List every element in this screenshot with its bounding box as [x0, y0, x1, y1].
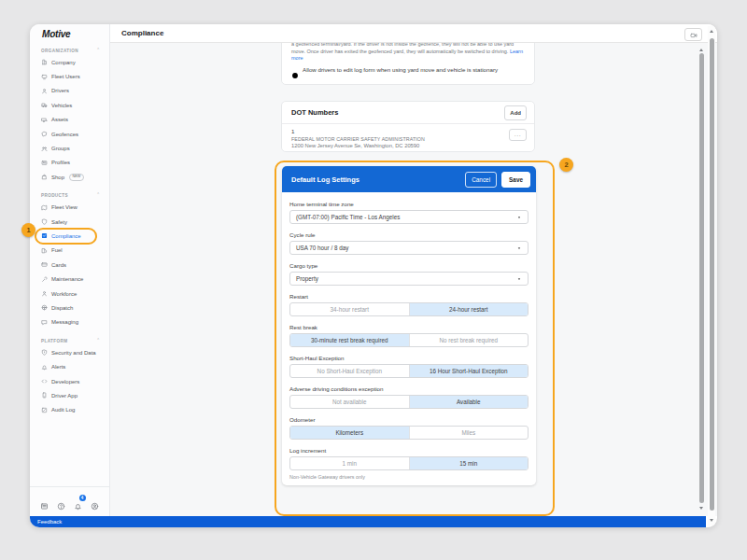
chevron-down-icon [516, 276, 522, 282]
field-label: Rest break [289, 324, 529, 330]
sidebar-item-alerts[interactable]: Alerts [30, 359, 109, 373]
cycle-rule-select[interactable]: USA 70 hour / 8 day [289, 241, 529, 255]
phone-icon [41, 392, 48, 399]
id-card-icon [41, 160, 48, 166]
step-1-badge: 1 [21, 223, 35, 237]
window-scrollbar[interactable] [708, 26, 715, 525]
rest-break-option-none[interactable]: No rest break required [409, 334, 529, 346]
scroll-up-arrow[interactable] [699, 49, 703, 51]
code-icon [41, 378, 48, 385]
cargo-type-select[interactable]: Property [289, 272, 529, 286]
page-title: Compliance [121, 29, 163, 37]
shopping-bag-icon [41, 174, 48, 180]
sidebar-item-messaging[interactable]: Messaging [30, 315, 109, 329]
field-label: Adverse driving conditions exception [289, 385, 529, 392]
sidebar-item-vehicles[interactable]: Vehicles [30, 98, 109, 112]
sidebar-item-geofences[interactable]: Geofences [30, 127, 109, 141]
restart-toggle: 34-hour restart 24-hour restart [289, 302, 529, 316]
sidebar-item-fleet-users[interactable]: Fleet Users [30, 69, 109, 83]
scrollbar-thumb[interactable] [699, 53, 704, 503]
save-button[interactable]: Save [501, 172, 530, 188]
sidebar-item-profiles[interactable]: Profiles [30, 156, 109, 170]
field-label: Log increment [289, 447, 529, 454]
sidebar-item-groups[interactable]: Groups [30, 141, 109, 155]
odometer-option-kilometers[interactable]: Kilometers [290, 427, 409, 439]
sidebar-item-dispatch[interactable]: Dispatch [30, 301, 109, 315]
credit-card-icon [41, 261, 48, 268]
compliance-icon [41, 232, 48, 239]
account-icon[interactable] [91, 497, 99, 506]
chevron-up-icon: ⌃ [96, 339, 100, 343]
short-haul-option-none[interactable]: No Short-Haul Exception [290, 365, 409, 377]
sidebar-item-drivers[interactable]: Drivers [30, 84, 109, 98]
chevron-up-icon: ⌃ [96, 193, 100, 198]
feedback-label: Feedback [37, 519, 62, 525]
sidebar-item-compliance[interactable]: Compliance [30, 229, 109, 243]
geofence-icon [41, 131, 48, 137]
chevron-down-icon [516, 215, 522, 220]
whats-new-icon[interactable] [40, 497, 49, 506]
fuel-pump-icon [41, 247, 48, 254]
truck-icon [41, 102, 48, 108]
odometer-toggle: Kilometers Miles [289, 426, 529, 440]
short-haul-toggle: No Short-Haul Exception 16 Hour Short-Ha… [289, 364, 529, 378]
odometer-option-miles[interactable]: Miles [409, 427, 529, 439]
adverse-option-not-available[interactable]: Not available [290, 396, 409, 408]
sidebar-item-audit-log[interactable]: Audit Log [30, 403, 109, 417]
sidebar-item-fuel[interactable]: Fuel [30, 244, 109, 258]
sidebar-item-driver-app[interactable]: Driver App [30, 388, 109, 402]
restart-option-24-hour[interactable]: 24-hour restart [409, 303, 529, 315]
feedback-bar[interactable]: Feedback [30, 516, 706, 527]
sidebar-item-developers[interactable]: Developers [30, 374, 109, 388]
sidebar-item-assets[interactable]: Assets [30, 113, 109, 127]
scroll-up-arrow[interactable] [710, 30, 713, 33]
scroll-down-arrow[interactable] [710, 519, 713, 522]
dot-number-value: 1 [291, 128, 527, 134]
default-log-settings-panel: Default Log Settings Cancel Save Home te… [282, 166, 536, 485]
log-increment-option-15-min[interactable]: 15 min [409, 457, 529, 469]
dot-number-name: FEDERAL MOTOR CARRIER SAFETY ADMINISTRAT… [291, 136, 527, 142]
notifications-icon[interactable]: 4 [74, 497, 82, 506]
short-haul-option-16-hour[interactable]: 16 Hour Short-Haul Exception [409, 365, 529, 377]
log-increment-toggle: 1 min 15 min [289, 456, 529, 470]
chevron-up-icon: ⌃ [96, 49, 100, 53]
dot-number-menu-button[interactable]: ··· [509, 129, 527, 141]
sidebar-item-workforce[interactable]: Workforce [30, 287, 109, 301]
sidebar-item-security-and-data[interactable]: Security and Data [30, 345, 109, 359]
sidebar-item-company[interactable]: Company [30, 55, 109, 69]
content-scrollbar[interactable] [698, 45, 704, 513]
yard-move-card: a geofenced terminal/yard. If the driver… [281, 43, 535, 85]
sidebar-item-fleet-view[interactable]: Fleet View [30, 201, 109, 215]
dot-number-entry: 1 FEDERAL MOTOR CARRIER SAFETY ADMINISTR… [282, 124, 534, 148]
clipboard-edit-icon [41, 407, 48, 413]
screen-capture-button[interactable] [684, 28, 702, 41]
section-organization[interactable]: ORGANIZATION ⌃ [30, 46, 109, 55]
scroll-down-arrow[interactable] [699, 507, 703, 510]
section-platform[interactable]: PLATFORM ⌃ [30, 336, 109, 345]
log-increment-option-1-min[interactable]: 1 min [290, 457, 409, 469]
notification-count-badge: 4 [79, 495, 86, 501]
rest-break-toggle: 30-minute rest break required No rest br… [289, 333, 529, 347]
content-scroll-area: a geofenced terminal/yard. If the driver… [110, 43, 717, 516]
sidebar-item-safety[interactable]: Safety [30, 215, 109, 229]
sidebar-item-cards[interactable]: Cards [30, 258, 109, 272]
sidebar-bottom-toolbar: 4 [30, 486, 109, 516]
building-icon [41, 59, 48, 65]
sidebar-item-shop[interactable]: Shop NEW [30, 170, 109, 184]
section-products[interactable]: PRODUCTS ⌃ [30, 191, 109, 201]
scrollbar-thumb[interactable] [710, 38, 714, 511]
camera-icon [690, 26, 698, 43]
dot-number-address: 1200 New Jersey Avenue Se, Washington, D… [291, 143, 527, 148]
home-terminal-time-zone-select[interactable]: (GMT-07:00) Pacific Time - Los Angeles [289, 210, 529, 224]
help-icon[interactable] [57, 497, 65, 506]
people-icon [41, 146, 48, 152]
yard-move-toggle-row[interactable]: Allow drivers to edit log form when usin… [291, 66, 525, 74]
motive-logo: Motive [30, 29, 109, 39]
adverse-option-available[interactable]: Available [409, 396, 529, 408]
rest-break-option-30-minute[interactable]: 30-minute rest break required [290, 334, 409, 346]
restart-option-34-hour[interactable]: 34-hour restart [290, 303, 409, 315]
field-label: Odometer [289, 416, 529, 423]
add-dot-number-button[interactable]: Add [504, 105, 527, 120]
sidebar-item-maintenance[interactable]: Maintenance [30, 272, 109, 286]
cancel-button[interactable]: Cancel [465, 172, 497, 188]
